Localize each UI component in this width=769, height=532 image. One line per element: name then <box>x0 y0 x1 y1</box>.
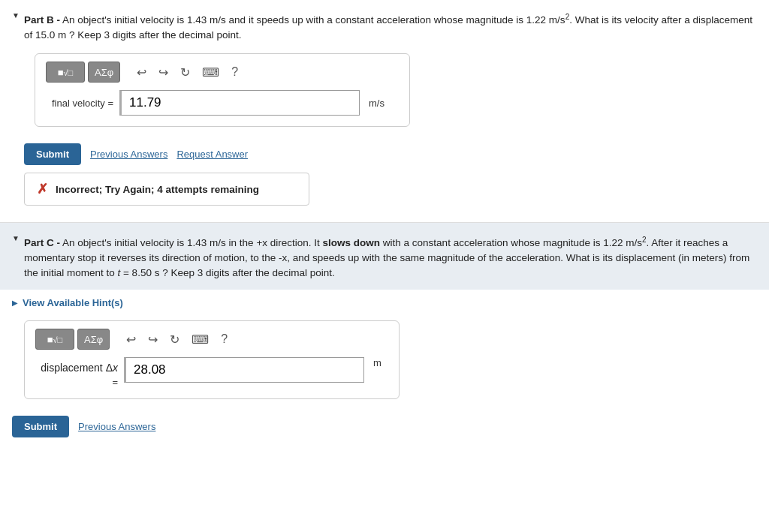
keyboard-icon-b: ⌨ <box>202 65 219 80</box>
part-c-description: An object's initial velocity is 1.43 m/s… <box>24 237 749 279</box>
formula-button-c[interactable]: ■√□ <box>35 329 74 350</box>
undo-button-b[interactable]: ↩ <box>132 62 151 83</box>
part-c-label: Part C - <box>24 237 60 248</box>
part-b-header: ▼ Part B - An object's initial velocity … <box>12 11 757 43</box>
redo-button-c[interactable]: ↪ <box>143 329 162 350</box>
part-c-text: Part C - An object's initial velocity is… <box>24 233 757 281</box>
redo-icon-b: ↪ <box>158 65 168 80</box>
part-b-text: Part B - An object's initial velocity is… <box>24 11 757 43</box>
part-c-header: ▼ Part C - An object's initial velocity … <box>12 233 757 281</box>
undo-icon-b: ↩ <box>137 65 146 80</box>
part-c-math-container: ■√□ ΑΣφ ↩ ↪ ↻ ⌨ <box>24 320 400 399</box>
refresh-icon-c: ↻ <box>170 332 179 347</box>
part-b-toolbar: ■√□ ΑΣφ ↩ ↪ ↻ ⌨ <box>46 62 399 83</box>
formula-button-b[interactable]: ■√□ <box>46 62 85 83</box>
part-c-unit: m <box>373 357 381 368</box>
part-c-arrow: ▼ <box>12 234 20 242</box>
part-b-request-answer-button[interactable]: Request Answer <box>176 149 248 160</box>
part-b-answer-input[interactable] <box>119 90 360 116</box>
part-b-label: Part B - <box>24 14 60 26</box>
part-b-error-box: ✗ Incorrect; Try Again; 4 attempts remai… <box>24 173 309 206</box>
part-b-description: An object's initial velocity is 1.43 m/s… <box>24 14 752 41</box>
keyboard-button-b[interactable]: ⌨ <box>198 62 224 83</box>
part-c-answer-area: ▶ View Available Hint(s) ■√□ ΑΣφ ↩ <box>0 290 769 457</box>
undo-button-c[interactable]: ↩ <box>122 329 140 350</box>
part-b-section: ▼ Part B - An object's initial velocity … <box>0 0 769 223</box>
help-icon-c: ? <box>221 332 228 346</box>
part-c-input-row: displacement Δx = m <box>35 357 388 388</box>
part-c-previous-answers-button[interactable]: Previous Answers <box>78 421 155 432</box>
part-b-error-text: Incorrect; Try Again; 4 attempts remaini… <box>56 184 259 195</box>
refresh-button-c[interactable]: ↻ <box>165 329 184 350</box>
part-b-arrow: ▼ <box>12 11 20 20</box>
refresh-icon-b: ↻ <box>180 65 190 80</box>
part-c-section: ▼ Part C - An object's initial velocity … <box>0 223 769 290</box>
hint-arrow-icon: ▶ <box>12 299 18 307</box>
part-b-submit-button[interactable]: Submit <box>24 143 81 165</box>
part-b-previous-answers-button[interactable]: Previous Answers <box>90 149 167 160</box>
part-b-input-row: final velocity = m/s <box>46 90 399 116</box>
symbol-button-b[interactable]: ΑΣφ <box>88 62 120 83</box>
page-wrapper: ▼ Part B - An object's initial velocity … <box>0 0 769 532</box>
error-x-icon: ✗ <box>37 181 48 197</box>
refresh-button-b[interactable]: ↻ <box>176 62 195 83</box>
redo-button-b[interactable]: ↪ <box>154 62 173 83</box>
undo-icon-c: ↩ <box>126 332 136 347</box>
symbol-icon-b: ΑΣφ <box>95 67 113 78</box>
symbol-icon-c: ΑΣφ <box>84 334 103 345</box>
part-c-answer-input[interactable] <box>124 357 364 383</box>
redo-icon-c: ↪ <box>148 332 158 347</box>
part-b-math-container: ■√□ ΑΣφ ↩ ↪ ↻ ⌨ <box>35 53 410 127</box>
hint-link[interactable]: View Available Hint(s) <box>23 297 123 308</box>
help-icon-b: ? <box>231 65 238 79</box>
part-b-input-label: final velocity = <box>46 98 113 109</box>
keyboard-button-c[interactable]: ⌨ <box>187 329 213 350</box>
part-c-action-row: Submit Previous Answers <box>0 416 769 437</box>
part-b-unit: m/s <box>369 98 384 109</box>
part-c-input-area: ■√□ ΑΣφ ↩ ↪ ↻ ⌨ <box>0 313 769 410</box>
part-b-action-row: Submit Previous Answers Request Answer <box>12 143 757 165</box>
part-c-toolbar: ■√□ ΑΣφ ↩ ↪ ↻ ⌨ <box>35 329 388 350</box>
symbol-button-c[interactable]: ΑΣφ <box>77 329 110 350</box>
formula-icon-c: ■√□ <box>47 334 63 345</box>
displacement-label: displacement Δx <box>41 362 118 374</box>
keyboard-icon-c: ⌨ <box>191 332 209 347</box>
help-button-c[interactable]: ? <box>216 329 232 349</box>
displacement-label-block: displacement Δx = <box>35 357 118 388</box>
help-button-b[interactable]: ? <box>227 62 243 82</box>
displacement-equals: = <box>112 377 118 388</box>
part-b-input-area: ■√□ ΑΣφ ↩ ↪ ↻ ⌨ <box>12 43 757 137</box>
part-c-submit-button[interactable]: Submit <box>12 416 69 437</box>
formula-icon-b: ■√□ <box>58 67 74 78</box>
hint-row: ▶ View Available Hint(s) <box>0 290 769 313</box>
